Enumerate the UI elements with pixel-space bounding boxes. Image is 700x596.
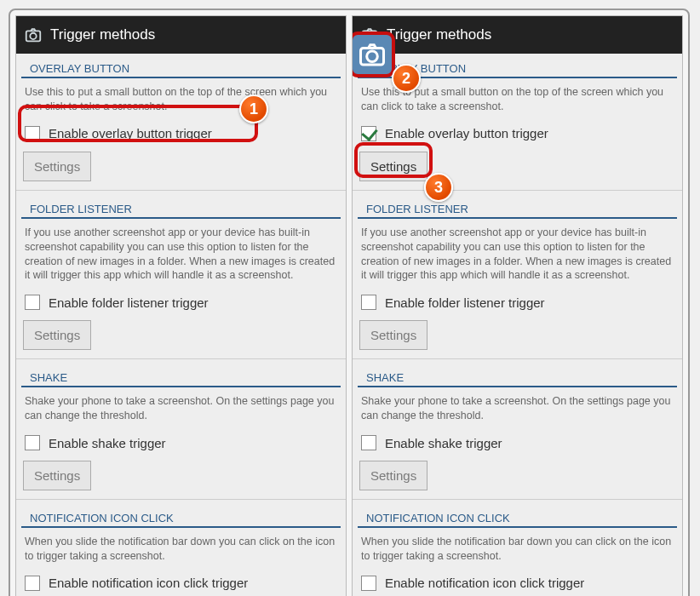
checkbox-label-notif: Enable notification icon click trigger (385, 576, 584, 590)
section-header-folder: FOLDER LISTENER (358, 194, 677, 219)
pane-right: Trigger methods OVERLAY BUTTON Use this … (352, 15, 683, 596)
checkbox-label-shake: Enable shake trigger (385, 436, 502, 450)
section-header-folder: FOLDER LISTENER (21, 194, 341, 219)
checkbox-row-folder[interactable]: Enable folder listener trigger (353, 288, 682, 317)
desc-folder: If you use another screenshot app or you… (16, 222, 346, 289)
checkbox-row-overlay[interactable]: Enable overlay button trigger (353, 119, 682, 148)
desc-shake: Shake your phone to take a screenshot. O… (16, 391, 346, 428)
settings-button-folder[interactable]: Settings (23, 320, 91, 350)
svg-point-5 (367, 51, 378, 62)
checkbox-overlay-checked[interactable] (361, 126, 376, 141)
section-header-shake: SHAKE (21, 363, 341, 387)
section-header-overlay: OVERLAY BUTTON (358, 54, 677, 78)
checkbox-folder[interactable] (25, 295, 40, 310)
page-title: Trigger methods (50, 26, 155, 43)
section-header-notif: NOTIFICATION ICON CLICK (358, 503, 677, 528)
divider (16, 190, 346, 191)
checkbox-row-folder[interactable]: Enable folder listener trigger (16, 288, 346, 317)
checkbox-row-notif[interactable]: Enable notification icon click trigger (353, 569, 682, 596)
section-header-overlay: OVERLAY BUTTON (21, 54, 341, 78)
checkbox-row-notif[interactable]: Enable notification icon click trigger (16, 569, 346, 596)
divider (353, 499, 682, 500)
checkbox-overlay[interactable] (25, 126, 40, 141)
svg-point-1 (30, 33, 36, 39)
checkbox-row-shake[interactable]: Enable shake trigger (16, 428, 346, 457)
checkbox-folder[interactable] (361, 295, 376, 310)
titlebar: Trigger methods (16, 16, 346, 54)
checkbox-label-folder: Enable folder listener trigger (49, 295, 209, 310)
desc-overlay: Use this to put a small button on the to… (353, 82, 682, 119)
divider (353, 358, 682, 359)
camera-icon (23, 25, 43, 45)
checkbox-label-overlay: Enable overlay button trigger (385, 126, 548, 140)
divider (16, 358, 346, 359)
settings-button-overlay[interactable]: Settings (23, 152, 91, 181)
settings-button-folder[interactable]: Settings (359, 320, 427, 350)
page-title: Trigger methods (387, 26, 491, 43)
settings-button-shake[interactable]: Settings (359, 461, 427, 490)
comparison-container: Trigger methods OVERLAY BUTTON Use this … (9, 9, 690, 596)
desc-notif: When you slide the notification bar down… (16, 531, 346, 569)
checkbox-shake[interactable] (25, 435, 40, 450)
checkbox-row-shake[interactable]: Enable shake trigger (353, 428, 682, 457)
settings-button-shake[interactable]: Settings (23, 461, 91, 490)
desc-notif: When you slide the notification bar down… (353, 531, 682, 569)
checkbox-label-overlay: Enable overlay button trigger (49, 126, 212, 140)
desc-folder: If you use another screenshot app or you… (353, 222, 682, 289)
titlebar: Trigger methods (353, 16, 682, 54)
section-header-notif: NOTIFICATION ICON CLICK (21, 503, 341, 528)
checkbox-label-notif: Enable notification icon click trigger (49, 576, 248, 590)
checkbox-notif[interactable] (361, 576, 376, 591)
checkbox-row-overlay[interactable]: Enable overlay button trigger (16, 119, 346, 148)
overlay-camera-button[interactable] (352, 32, 395, 77)
desc-shake: Shake your phone to take a screenshot. O… (353, 391, 682, 428)
checkbox-notif[interactable] (25, 576, 40, 591)
settings-button-overlay[interactable]: Settings (359, 152, 427, 181)
divider (353, 190, 682, 191)
divider (16, 499, 346, 500)
checkbox-label-folder: Enable folder listener trigger (385, 295, 545, 310)
checkbox-shake[interactable] (361, 435, 376, 450)
section-header-shake: SHAKE (358, 363, 677, 387)
desc-overlay: Use this to put a small button on the to… (16, 82, 346, 119)
pane-left: Trigger methods OVERLAY BUTTON Use this … (15, 15, 347, 596)
checkbox-label-shake: Enable shake trigger (49, 436, 166, 450)
